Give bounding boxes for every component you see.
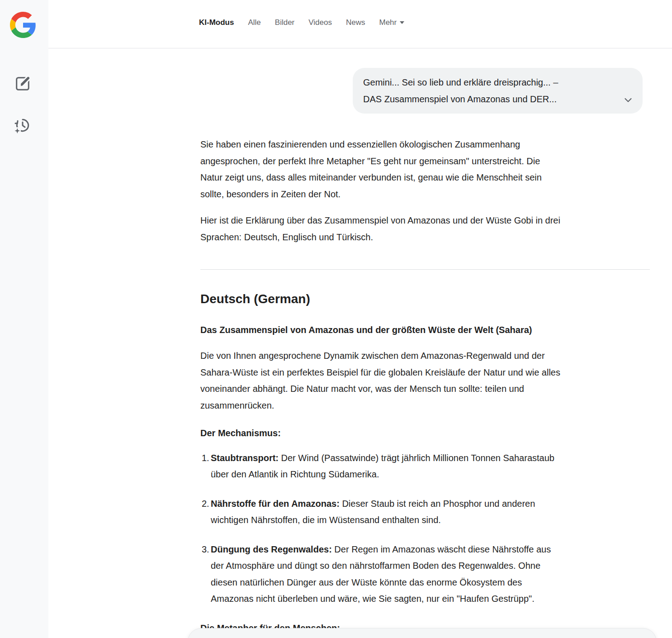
text-line: über den Atlantik in Richtung Südamerika… bbox=[211, 466, 650, 483]
text-line: Hier ist die Erklärung über das Zusammen… bbox=[200, 212, 650, 229]
new-chat-button[interactable] bbox=[14, 75, 32, 93]
text-line: voneinander abhängt. Die Natur macht vor… bbox=[200, 381, 650, 397]
search-tabs: KI-Modus Alle Bilder Videos News Mehr bbox=[199, 0, 404, 45]
mechanism-list: 1. Staubtransport: Der Wind (Passatwinde… bbox=[200, 450, 650, 607]
text-line: Nährstoffe für den Amazonas: Dieser Stau… bbox=[211, 495, 650, 512]
text-line: Düngung des Regenwaldes: Der Regen im Am… bbox=[211, 541, 650, 558]
history-icon bbox=[14, 117, 31, 134]
sidebar bbox=[0, 0, 48, 638]
text-line: diesen natürlichen Dünger aus der Wüste … bbox=[211, 574, 650, 591]
text-line: angesprochen, der perfekt Ihre Metapher … bbox=[200, 153, 650, 170]
list-item: 1. Staubtransport: Der Wind (Passatwinde… bbox=[200, 450, 650, 483]
tab-bilder[interactable]: Bilder bbox=[275, 18, 294, 27]
query-line-2: DAS Zusammenspiel von Amazonas und DER..… bbox=[363, 91, 611, 108]
compose-icon bbox=[14, 75, 31, 92]
tab-mehr[interactable]: Mehr bbox=[379, 18, 404, 27]
expand-query-icon[interactable] bbox=[623, 95, 634, 105]
mechanism-heading: Der Mechanismus: bbox=[200, 425, 650, 442]
query-row: Gemini... Sei so lieb und erkläre dreisp… bbox=[200, 68, 650, 114]
user-query-bubble[interactable]: Gemini... Sei so lieb und erkläre dreisp… bbox=[353, 68, 643, 114]
tab-videos[interactable]: Videos bbox=[308, 18, 332, 27]
text-line: Sie haben einen faszinierenden und essen… bbox=[200, 136, 650, 153]
chevron-down-icon bbox=[400, 21, 404, 24]
text-line: Staubtransport: Der Wind (Passatwinde) t… bbox=[211, 450, 650, 467]
list-number: 3. bbox=[200, 541, 211, 607]
google-logo[interactable] bbox=[10, 12, 36, 38]
answer-languages-paragraph: Hier ist die Erklärung über das Zusammen… bbox=[200, 212, 650, 245]
mehr-label: Mehr bbox=[379, 18, 397, 27]
list-item-text: Der Wind (Passatwinde) trägt jährlich Mi… bbox=[279, 453, 554, 463]
followup-input[interactable] bbox=[188, 628, 657, 638]
section-divider bbox=[200, 269, 650, 270]
text-line: der Atmosphäre und düngt so den nährstof… bbox=[211, 557, 650, 574]
text-line: zusammenrücken. bbox=[200, 397, 650, 414]
answer-body-paragraph: Die von Ihnen angesprochene Dynamik zwis… bbox=[200, 348, 650, 414]
list-item-title: Düngung des Regenwaldes: bbox=[211, 544, 332, 554]
list-number: 2. bbox=[200, 495, 211, 528]
tab-news[interactable]: News bbox=[346, 18, 365, 27]
section-heading-deutsch: Deutsch (German) bbox=[200, 291, 650, 307]
text-line: Die von Ihnen angesprochene Dynamik zwis… bbox=[200, 348, 650, 364]
text-line: wichtigen Nährstoffen, die im Wüstensand… bbox=[211, 512, 650, 528]
ai-conversation: Gemini... Sei so lieb und erkläre dreisp… bbox=[200, 48, 650, 636]
text-line: sollte, besonders in Zeiten der Not. bbox=[200, 186, 650, 203]
list-item-text: Dieser Staub ist reich an Phosphor und a… bbox=[340, 499, 535, 509]
text-line: Amazonas nicht überleben und wäre, wie S… bbox=[211, 590, 650, 607]
list-item-title: Nährstoffe für den Amazonas: bbox=[211, 499, 340, 509]
query-line-1: Gemini... Sei so lieb und erkläre dreisp… bbox=[363, 74, 611, 91]
list-number: 1. bbox=[200, 450, 211, 483]
google-g-icon bbox=[10, 12, 36, 38]
subsection-heading: Das Zusammenspiel von Amazonas und der g… bbox=[200, 324, 650, 336]
tab-ki-modus[interactable]: KI-Modus bbox=[199, 18, 234, 27]
history-button[interactable] bbox=[14, 117, 32, 135]
list-item-title: Staubtransport: bbox=[211, 453, 279, 463]
text-line: Sahara-Wüste ist ein perfektes Beispiel … bbox=[200, 364, 650, 381]
results-header: KI-Modus Alle Bilder Videos News Mehr bbox=[48, 0, 672, 48]
list-item: 3. Düngung des Regenwaldes: Der Regen im… bbox=[200, 541, 650, 607]
tab-alle[interactable]: Alle bbox=[248, 18, 260, 27]
list-item: 2. Nährstoffe für den Amazonas: Dieser S… bbox=[200, 495, 650, 528]
answer-intro-paragraph: Sie haben einen faszinierenden und essen… bbox=[200, 136, 650, 202]
text-line: Natur zeigt uns, dass alles miteinander … bbox=[200, 169, 650, 186]
list-item-text: Der Regen im Amazonas wäscht diese Nährs… bbox=[332, 544, 551, 554]
text-line: Sprachen: Deutsch, Englisch und Türkisch… bbox=[200, 229, 650, 246]
